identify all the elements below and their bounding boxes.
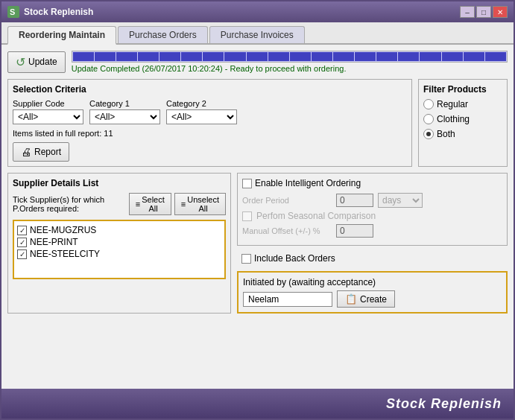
initiated-by-box: Initiated by (awaiting acceptance) 📋 Cre… — [237, 271, 508, 314]
category2-label: Category 2 — [166, 99, 237, 108]
close-button[interactable]: ✕ — [493, 6, 508, 18]
supplier-header: Tick Supplier(s) for which P.Orders requ… — [13, 193, 226, 215]
filter-clothing[interactable]: Clothing — [423, 114, 502, 124]
category1-group: Category 1 <All> — [89, 99, 160, 124]
app-icon: S — [7, 6, 19, 18]
items-listed: Items listed in full report: 11 — [13, 129, 407, 138]
update-button[interactable]: ↺ Update — [7, 51, 66, 73]
title-bar: S Stock Replenish – □ ✕ — [1, 1, 514, 22]
intelligent-ordering-box: Enable Intelligent Ordering Order Period… — [237, 173, 508, 246]
category2-select[interactable]: <All> — [166, 109, 237, 124]
manual-offset-label: Manual Offset (+/-) % — [242, 226, 332, 235]
unselect-all-icon: ≡ — [181, 200, 186, 209]
order-period-input[interactable] — [336, 194, 373, 207]
main-content: ↺ Update Update Completed (26/07/2017 10… — [1, 45, 514, 389]
radio-regular[interactable] — [423, 99, 434, 109]
initiated-by-label: Initiated by (awaiting acceptance) — [243, 277, 502, 287]
svg-text:S: S — [10, 7, 15, 16]
intelligent-ordering-row: Enable Intelligent Ordering — [242, 178, 502, 188]
list-item[interactable]: ✓ NEE-STEELCITY — [17, 248, 221, 260]
supplier-actions: ≡ Select All ≡ Unselect All — [129, 193, 226, 215]
footer: Stock Replenish — [1, 389, 514, 419]
seasonal-row: Perfom Seasonal Comparison — [242, 211, 502, 221]
supplier-code-group: Supplier Code <All> — [13, 99, 83, 124]
category1-label: Category 1 — [89, 99, 160, 108]
tabs-bar: Reordering Maintain Purchase Orders Purc… — [1, 22, 514, 45]
maximize-button[interactable]: □ — [476, 6, 491, 18]
report-button[interactable]: 🖨 Report — [13, 142, 69, 162]
update-row: ↺ Update Update Completed (26/07/2017 10… — [7, 51, 508, 73]
window-title: Stock Replenish — [24, 7, 93, 17]
back-orders-row: Include Back Orders — [237, 250, 508, 267]
supplier-checkbox-2[interactable]: ✓ — [17, 249, 27, 259]
tab-purchase-orders[interactable]: Purchase Orders — [118, 26, 208, 43]
progress-container: Update Completed (26/07/2017 10:20:24) -… — [72, 51, 508, 73]
bottom-row: Supplier Details List Tick Supplier(s) f… — [7, 173, 508, 314]
select-all-icon: ≡ — [136, 200, 140, 209]
seasonal-checkbox[interactable] — [242, 211, 252, 221]
unselect-all-button[interactable]: ≡ Unselect All — [174, 193, 226, 215]
filter-products-title: Filter Products — [423, 84, 502, 95]
manual-offset-input[interactable] — [336, 224, 373, 238]
criteria-row: Supplier Code <All> Category 1 <All> Cat… — [13, 99, 407, 124]
filter-radio-group: Regular Clothing Both — [423, 99, 502, 139]
main-window: S Stock Replenish – □ ✕ Reordering Maint… — [0, 0, 515, 420]
supplier-code-label: Supplier Code — [13, 99, 83, 108]
back-orders-label: Include Back Orders — [254, 253, 335, 264]
right-panel: Enable Intelligent Ordering Order Period… — [237, 173, 508, 314]
back-orders-checkbox[interactable] — [241, 254, 251, 264]
minimize-button[interactable]: – — [460, 6, 475, 18]
manual-offset-row: Manual Offset (+/-) % — [242, 224, 502, 238]
supplier-checkbox-0[interactable]: ✓ — [17, 226, 27, 235]
supplier-sub-label: Tick Supplier(s) for which P.Orders requ… — [13, 195, 129, 213]
footer-text: Stock Replenish — [386, 396, 502, 412]
printer-icon: 🖨 — [21, 146, 31, 158]
list-item[interactable]: ✓ NEE-PRINT — [17, 236, 221, 248]
radio-clothing[interactable] — [423, 114, 434, 124]
list-item[interactable]: ✓ NEE-MUGZRUS — [17, 224, 221, 236]
selection-criteria-title: Selection Criteria — [13, 84, 407, 95]
supplier-checkbox-1[interactable]: ✓ — [17, 238, 27, 247]
seasonal-label: Perfom Seasonal Comparison — [256, 211, 376, 221]
filter-both[interactable]: Both — [423, 129, 502, 139]
window-controls: – □ ✕ — [460, 6, 508, 18]
selection-criteria-box: Selection Criteria Supplier Code <All> C… — [7, 79, 412, 167]
order-period-row: Order Period days — [242, 193, 502, 208]
refresh-icon: ↺ — [16, 55, 25, 69]
filter-products-box: Filter Products Regular Clothing Both — [418, 79, 508, 167]
main-body: Selection Criteria Supplier Code <All> C… — [7, 79, 508, 167]
category1-select[interactable]: <All> — [89, 109, 160, 124]
progress-bar — [72, 51, 508, 63]
category2-group: Category 2 <All> — [166, 99, 237, 124]
supplier-code-select[interactable]: <All> — [13, 109, 83, 124]
radio-both[interactable] — [423, 129, 434, 139]
tab-purchase-invoices[interactable]: Purchase Invoices — [209, 26, 305, 43]
order-period-label: Order Period — [242, 196, 332, 205]
initiated-by-input[interactable] — [243, 292, 332, 307]
intelligent-ordering-checkbox[interactable] — [242, 179, 252, 188]
initiated-by-row: 📋 Create — [243, 290, 502, 308]
supplier-details-title: Supplier Details List — [13, 178, 226, 188]
document-icon: 📋 — [345, 293, 357, 305]
supplier-list: ✓ NEE-MUGZRUS ✓ NEE-PRINT ✓ NEE-STEELCIT… — [13, 220, 226, 279]
tab-reordering-maintain[interactable]: Reordering Maintain — [7, 26, 116, 45]
supplier-details-box: Supplier Details List Tick Supplier(s) f… — [7, 173, 231, 314]
select-all-button[interactable]: ≡ Select All — [129, 193, 171, 215]
update-status: Update Completed (26/07/2017 10:20:24) -… — [72, 64, 508, 73]
filter-regular[interactable]: Regular — [423, 99, 502, 109]
days-select[interactable]: days — [378, 193, 423, 208]
create-button[interactable]: 📋 Create — [337, 290, 395, 308]
